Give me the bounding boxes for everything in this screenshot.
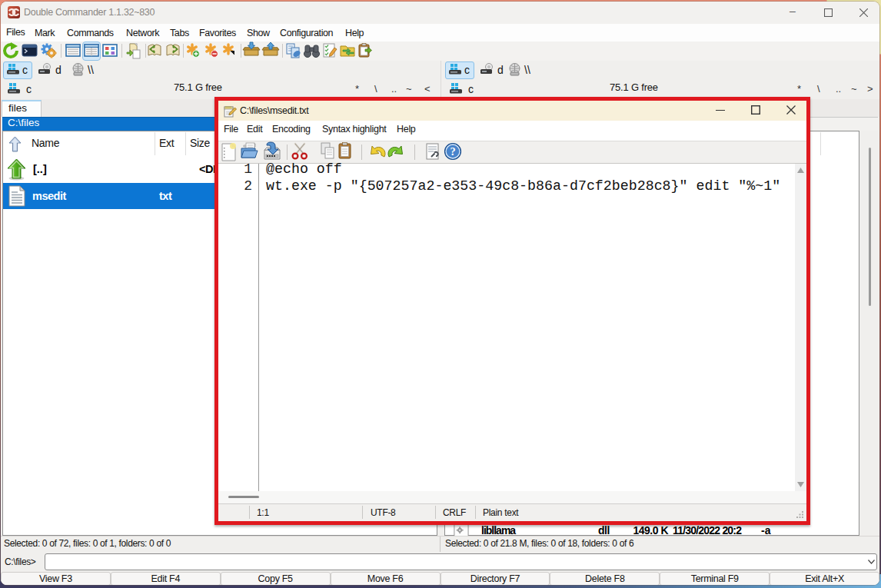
svg-text:?: ? bbox=[450, 145, 455, 158]
